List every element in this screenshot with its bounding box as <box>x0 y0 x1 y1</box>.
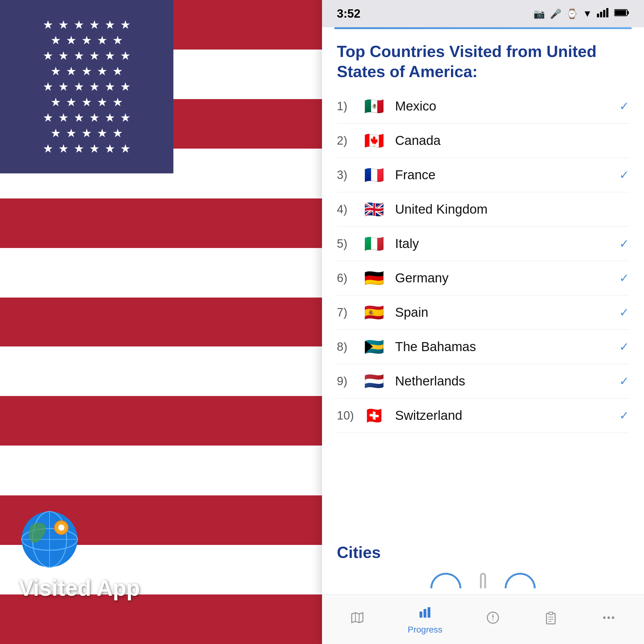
list-item[interactable]: 8) 🇧🇸 The Bahamas ✓ <box>337 330 629 364</box>
country-name: Germany <box>395 271 619 285</box>
flag-france: 🇫🇷 <box>362 167 386 183</box>
svg-rect-16 <box>420 611 422 618</box>
flag-italy: 🇮🇹 <box>362 235 386 252</box>
svg-rect-18 <box>428 607 430 618</box>
country-number: 6) <box>337 272 362 285</box>
nav-item-progress[interactable]: Progress <box>400 600 450 638</box>
page-title: Top Countries Visited from United States… <box>337 41 629 82</box>
svg-marker-21 <box>492 618 494 622</box>
country-number: 5) <box>337 237 362 250</box>
list-item[interactable]: 3) 🇫🇷 France ✓ <box>337 158 629 192</box>
country-number: 4) <box>337 203 362 216</box>
app-logo-area: Visited App <box>19 508 140 601</box>
globe-icon <box>19 508 81 570</box>
nav-item-map[interactable] <box>342 607 372 632</box>
arc-2 <box>480 573 486 588</box>
flag-bahamas: 🇧🇸 <box>362 338 386 355</box>
status-bar: 3:52 📷 🎤 ⌚ ▼ <box>322 0 644 27</box>
flag-germany: 🇩🇪 <box>362 270 386 286</box>
svg-rect-10 <box>606 8 608 17</box>
compass-icon <box>485 610 500 629</box>
svg-rect-7 <box>597 14 599 17</box>
svg-marker-20 <box>492 613 494 618</box>
svg-point-28 <box>607 616 610 619</box>
svg-rect-8 <box>600 12 602 17</box>
stars: ★★★★★★ ★★★★★ ★★★★★★ ★★★★★ ★★★★★★ ★★★★★ ★… <box>0 0 173 173</box>
flag-netherlands: 🇳🇱 <box>362 373 386 389</box>
flag-mexico: 🇲🇽 <box>362 98 386 115</box>
country-number: 8) <box>337 340 362 354</box>
list-item[interactable]: 9) 🇳🇱 Netherlands ✓ <box>337 364 629 398</box>
check-icon: ✓ <box>619 409 629 422</box>
country-number: 10) <box>337 409 362 422</box>
nav-item-more[interactable] <box>594 607 624 632</box>
check-icon: ✓ <box>619 168 629 182</box>
more-icon <box>601 610 616 629</box>
flag-spain: 🇪🇸 <box>362 304 386 321</box>
cities-heading: Cities <box>322 533 644 567</box>
country-number: 3) <box>337 168 362 182</box>
country-name: Switzerland <box>395 408 619 423</box>
list-item[interactable]: 1) 🇲🇽 Mexico ✓ <box>337 89 629 124</box>
country-name: Canada <box>395 133 629 148</box>
scroll-content: Top Countries Visited from United States… <box>322 27 644 594</box>
check-icon: ✓ <box>619 374 629 388</box>
phone-panel: 3:52 📷 🎤 ⌚ ▼ <box>322 0 644 644</box>
nav-progress-label: Progress <box>408 625 442 635</box>
check-icon: ✓ <box>619 306 629 319</box>
country-name: France <box>395 168 619 182</box>
flag-switzerland: 🇨🇭 <box>362 407 386 424</box>
list-item[interactable]: 10) 🇨🇭 Switzerland ✓ <box>337 398 629 433</box>
country-name: United Kingdom <box>395 202 629 217</box>
voicemail-icon: ⌚ <box>566 8 578 19</box>
signal-icon <box>597 7 609 20</box>
check-icon: ✓ <box>619 237 629 250</box>
svg-point-6 <box>58 524 64 531</box>
camera-icon: 📷 <box>533 8 545 19</box>
country-name: Italy <box>395 236 619 251</box>
battery-icon <box>614 8 629 20</box>
svg-point-29 <box>612 616 614 619</box>
partial-cities-row <box>322 567 644 594</box>
check-icon: ✓ <box>619 340 629 354</box>
status-icons: 📷 🎤 ⌚ ▼ <box>533 7 629 20</box>
countries-list: 1) 🇲🇽 Mexico ✓ 2) 🇨🇦 Canada 3) 🇫🇷 France… <box>322 89 644 533</box>
list-item[interactable]: 5) 🇮🇹 Italy ✓ <box>337 227 629 261</box>
country-name: Netherlands <box>395 374 619 389</box>
check-icon: ✓ <box>619 271 629 285</box>
country-name: Mexico <box>395 99 619 114</box>
arc-1 <box>430 573 461 588</box>
app-name: Visited App <box>19 575 140 601</box>
check-icon: ✓ <box>619 99 629 113</box>
flag-uk: 🇬🇧 <box>362 201 386 218</box>
svg-rect-17 <box>424 609 426 618</box>
list-item[interactable]: 2) 🇨🇦 Canada <box>337 124 629 158</box>
list-item[interactable]: 6) 🇩🇪 Germany ✓ <box>337 261 629 295</box>
svg-rect-13 <box>615 10 626 15</box>
country-number: 1) <box>337 100 362 113</box>
bottom-nav: Progress <box>322 594 644 644</box>
nav-item-compass[interactable] <box>478 607 508 632</box>
svg-rect-12 <box>627 11 629 14</box>
country-number: 2) <box>337 134 362 147</box>
status-time: 3:52 <box>337 7 360 20</box>
flag-canton: ★★★★★★ ★★★★★ ★★★★★★ ★★★★★ ★★★★★★ ★★★★★ ★… <box>0 0 173 173</box>
country-number: 9) <box>337 375 362 388</box>
nav-item-clipboard[interactable] <box>536 607 566 632</box>
list-item[interactable]: 4) 🇬🇧 United Kingdom <box>337 192 629 227</box>
flag-canada: 🇨🇦 <box>362 132 386 149</box>
chart-icon <box>418 604 433 622</box>
country-number: 7) <box>337 306 362 319</box>
svg-rect-23 <box>549 612 553 615</box>
map-icon <box>350 610 365 629</box>
mic-icon: 🎤 <box>550 8 561 19</box>
country-name: Spain <box>395 305 619 320</box>
svg-rect-9 <box>603 10 605 17</box>
country-name: The Bahamas <box>395 339 619 354</box>
svg-point-27 <box>603 616 606 619</box>
wifi-icon: ▼ <box>583 8 592 19</box>
arc-3 <box>505 573 536 588</box>
clipboard-icon <box>543 610 558 629</box>
list-item[interactable]: 7) 🇪🇸 Spain ✓ <box>337 295 629 330</box>
header-section: Top Countries Visited from United States… <box>322 29 644 89</box>
